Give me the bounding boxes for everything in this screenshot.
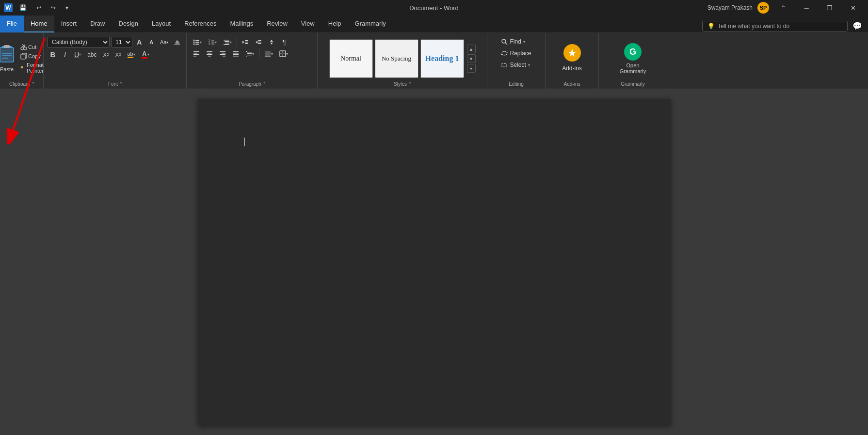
para-divider1: [237, 37, 237, 47]
clipboard-expand-icon[interactable]: ⌝: [32, 82, 34, 87]
style-normal-label: Normal: [340, 55, 361, 62]
superscript-button[interactable]: X2: [113, 50, 123, 59]
svg-rect-35: [245, 40, 248, 41]
username-label: Swayam Prakash: [707, 4, 753, 11]
paragraph-section: ▾ 1.2.3. ▾ ▾: [187, 33, 318, 89]
svg-marker-16: [176, 40, 180, 43]
font-size-select[interactable]: 11: [111, 37, 132, 47]
shading-icon: [264, 50, 271, 57]
tell-me-bar[interactable]: 💡 Tell me what you want to do: [702, 21, 848, 31]
svg-marker-72: [507, 51, 508, 53]
font-expand-icon[interactable]: ⌝: [120, 82, 122, 87]
highlight-button[interactable]: ab ▾: [125, 49, 137, 60]
addins-icon: [563, 44, 581, 62]
format-painter-button[interactable]: Format Painter: [18, 61, 47, 75]
multilevel-button[interactable]: ▾: [221, 37, 234, 47]
styles-scroll-down-button[interactable]: ▼: [467, 54, 476, 63]
tab-draw[interactable]: Draw: [83, 16, 112, 32]
cut-button[interactable]: Cut: [18, 43, 47, 51]
font-name-select[interactable]: Calibri (Body): [48, 37, 110, 47]
line-spacing-button[interactable]: ▾: [243, 49, 257, 59]
tab-mailings[interactable]: Mailings: [224, 16, 260, 32]
styles-section-label: Styles: [394, 81, 407, 87]
justify-button[interactable]: [230, 49, 241, 59]
style-heading1[interactable]: Heading 1: [420, 39, 464, 78]
sort-button[interactable]: [266, 37, 277, 47]
strikethrough-button[interactable]: abc: [85, 50, 99, 60]
decrease-indent-icon: [242, 39, 249, 46]
italic-button[interactable]: I: [60, 49, 70, 60]
tab-insert[interactable]: Insert: [54, 16, 84, 32]
styles-scroll: ▲ ▼ ▾: [467, 45, 476, 73]
tab-references[interactable]: References: [177, 16, 223, 32]
tab-review[interactable]: Review: [260, 16, 294, 32]
font-shrink-button[interactable]: A: [146, 38, 157, 47]
ribbon-collapse-button[interactable]: ⌃: [772, 0, 794, 16]
maximize-button[interactable]: ❐: [819, 0, 841, 16]
tab-design[interactable]: Design: [112, 16, 145, 32]
clear-formatting-button[interactable]: [172, 37, 182, 47]
numbering-button[interactable]: 1.2.3. ▾: [206, 37, 219, 47]
show-hide-button[interactable]: ¶: [279, 37, 289, 47]
paragraph-expand-icon[interactable]: ⌝: [263, 82, 265, 87]
justify-icon: [232, 50, 239, 57]
minimize-button[interactable]: ─: [795, 0, 818, 16]
chat-button[interactable]: 💬: [851, 19, 864, 32]
svg-point-8: [24, 47, 27, 50]
tab-view[interactable]: View: [294, 16, 321, 32]
tab-grammarly[interactable]: Grammarly: [348, 16, 393, 32]
copy-button[interactable]: Copy: [18, 52, 47, 61]
svg-rect-59: [233, 56, 239, 57]
svg-marker-38: [256, 41, 257, 44]
align-center-button[interactable]: [204, 49, 215, 59]
customize-qat-button[interactable]: ▾: [63, 2, 71, 13]
style-normal[interactable]: Normal: [329, 39, 373, 78]
bold-button[interactable]: B: [48, 49, 58, 60]
style-nospacing[interactable]: No Spacing: [375, 39, 418, 78]
decrease-indent-button[interactable]: [240, 37, 251, 47]
increase-indent-button[interactable]: [253, 37, 264, 47]
shading-button[interactable]: ▾: [262, 49, 275, 59]
styles-scroll-up-button[interactable]: ▲: [467, 45, 476, 53]
styles-more-button[interactable]: ▾: [467, 64, 476, 73]
select-icon: [501, 62, 508, 68]
svg-point-20: [193, 44, 195, 45]
close-button[interactable]: ✕: [842, 0, 864, 16]
styles-expand-icon[interactable]: ⌝: [409, 82, 411, 87]
subscript-button[interactable]: X2: [100, 50, 111, 59]
paste-button[interactable]: Paste: [0, 43, 17, 75]
document-area[interactable]: [0, 89, 868, 435]
title-bar-right: Swayam Prakash SP ⌃ ─ ❐ ✕: [707, 0, 864, 16]
change-case-button[interactable]: Aa ▾: [158, 38, 170, 47]
select-button[interactable]: Select ▾: [498, 60, 534, 70]
styles-section: Normal No Spacing Heading 1 ▲ ▼ ▾: [318, 33, 487, 89]
style-nospacing-label: No Spacing: [382, 55, 411, 62]
tab-layout[interactable]: Layout: [145, 16, 177, 32]
format-painter-label: Format Painter: [25, 62, 45, 74]
align-right-button[interactable]: [217, 49, 228, 59]
svg-rect-47: [193, 56, 196, 57]
bullets-button[interactable]: ▾: [191, 37, 204, 47]
tab-help[interactable]: Help: [321, 16, 348, 32]
tab-home[interactable]: Home: [24, 16, 54, 32]
tab-file[interactable]: File: [0, 16, 24, 32]
font-grow-button[interactable]: A: [134, 37, 145, 47]
ribbon: Paste Cut Copy Format Pain: [0, 33, 868, 89]
align-right-icon: [219, 50, 226, 57]
font-color-button[interactable]: A ▾: [139, 49, 152, 60]
borders-button[interactable]: ▾: [277, 49, 290, 59]
undo-qat-button[interactable]: ↩: [33, 2, 44, 13]
svg-rect-22: [195, 42, 199, 43]
align-left-button[interactable]: [191, 49, 202, 59]
save-qat-button[interactable]: 💾: [16, 2, 30, 13]
document-page[interactable]: [198, 99, 671, 425]
open-grammarly-button[interactable]: G Open Grammarly: [616, 39, 650, 78]
find-icon: [501, 38, 508, 45]
redo-qat-button[interactable]: ↪: [48, 2, 59, 13]
svg-rect-15: [176, 43, 180, 44]
replace-button[interactable]: Replace: [498, 48, 534, 58]
title-bar-left: W 💾 ↩ ↪ ▾: [4, 2, 71, 13]
find-button[interactable]: Find ▾: [498, 37, 534, 47]
underline-button[interactable]: U ▾: [72, 49, 83, 60]
addins-button[interactable]: Add-ins: [559, 63, 585, 73]
